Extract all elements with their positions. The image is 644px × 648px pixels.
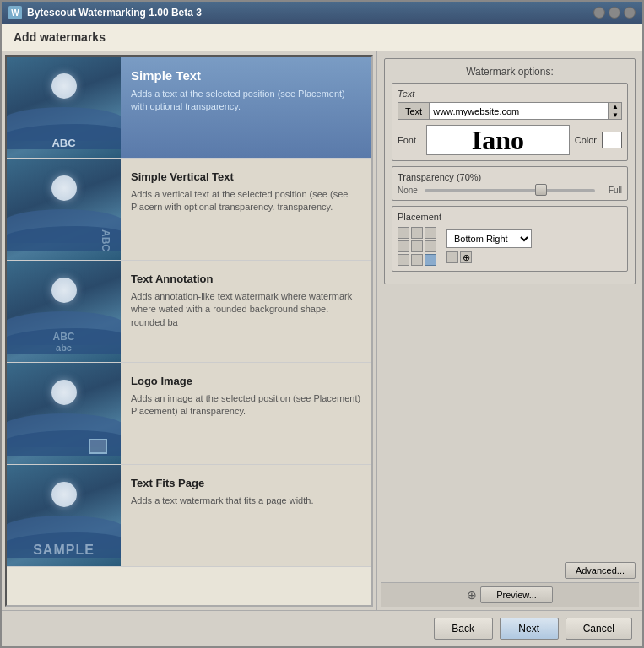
page-title: Add watermarks bbox=[14, 30, 106, 44]
thumb-label-annotation: ABCabc bbox=[53, 332, 75, 354]
text-scroll-buttons[interactable]: ▲ ▼ bbox=[609, 102, 622, 120]
left-panel: ABC Simple Text Adds a text at the selec… bbox=[2, 51, 377, 610]
color-label: Color bbox=[575, 135, 597, 145]
placement-grid[interactable] bbox=[398, 227, 436, 266]
watermark-options-panel: Watermark options: Text Text ▲ ▼ Font bbox=[384, 58, 636, 284]
vertical-text-info: Simple Vertical Text Adds a vertical tex… bbox=[121, 159, 371, 260]
logo-image-desc: Adds an image at the selected position (… bbox=[131, 392, 361, 418]
font-preview[interactable]: Iano bbox=[426, 125, 570, 155]
main-content: ABC Simple Text Adds a text at the selec… bbox=[2, 51, 642, 610]
window-controls bbox=[593, 7, 636, 19]
transparency-slider[interactable] bbox=[425, 189, 595, 192]
watermark-item-simple-text[interactable]: ABC Simple Text Adds a text at the selec… bbox=[7, 57, 371, 159]
watermark-item-logo-image[interactable]: Logo Image Adds an image at the selected… bbox=[7, 363, 371, 465]
thumb-moon-4 bbox=[51, 380, 77, 405]
text-input-row: Text ▲ ▼ bbox=[398, 102, 622, 120]
preview-button[interactable]: Preview... bbox=[480, 586, 553, 603]
simple-text-desc: Adds a text at the selected position (se… bbox=[131, 88, 361, 114]
slider-row: None Full bbox=[398, 186, 622, 195]
preview-bar: ⊕ Preview... bbox=[381, 582, 639, 607]
thumb-moon-2 bbox=[51, 176, 77, 201]
placement-offset-btn[interactable]: ⊕ bbox=[460, 251, 472, 263]
placement-cell-mr[interactable] bbox=[425, 240, 436, 252]
thumb-moon-3 bbox=[51, 278, 77, 303]
text-section: Text Text ▲ ▼ Font Iano bbox=[392, 83, 628, 161]
vertical-text-title: Simple Vertical Text bbox=[131, 170, 361, 183]
right-panel: Watermark options: Text Text ▲ ▼ Font bbox=[377, 51, 642, 610]
simple-text-title: Simple Text bbox=[131, 68, 361, 83]
text-annotation-title: Text Annotation bbox=[131, 273, 361, 285]
placement-cell-tr[interactable] bbox=[425, 227, 436, 239]
window-title: Bytescout Watermarking 1.00 Beta 3 bbox=[27, 7, 202, 19]
back-button[interactable]: Back bbox=[434, 618, 493, 640]
placement-dropdown[interactable]: Bottom Right Top Left Top Center Top Rig… bbox=[446, 230, 532, 248]
placement-reset-btn[interactable] bbox=[446, 251, 458, 263]
simple-text-info: Simple Text Adds a text at the selected … bbox=[121, 57, 371, 158]
logo-image-thumbnail bbox=[7, 363, 121, 464]
text-fits-page-thumbnail: SAMPLE bbox=[7, 465, 121, 566]
placement-cell-tl[interactable] bbox=[398, 227, 409, 239]
placement-select[interactable]: Bottom Right Top Left Top Center Top Rig… bbox=[446, 230, 532, 248]
thumb-moon bbox=[51, 73, 77, 99]
placement-section: Placement bbox=[392, 206, 628, 272]
watermark-item-text-fits-page[interactable]: SAMPLE Text Fits Page Adds a text waterm… bbox=[7, 465, 371, 567]
placement-grid-row: Bottom Right Top Left Top Center Top Rig… bbox=[398, 227, 622, 266]
placement-cell-mc[interactable] bbox=[411, 240, 423, 252]
advanced-row: Advanced... bbox=[381, 559, 639, 582]
thumb-label-simple-text: ABC bbox=[51, 138, 75, 149]
slider-thumb[interactable] bbox=[535, 184, 547, 196]
vertical-text-desc: Adds a vertical text at the selected pos… bbox=[131, 188, 361, 214]
slider-full-label: Full bbox=[598, 186, 622, 195]
vertical-text-thumbnail: ABC bbox=[7, 159, 121, 260]
placement-cell-bc[interactable] bbox=[411, 254, 423, 266]
simple-text-thumbnail: ABC bbox=[7, 57, 121, 158]
font-label: Font bbox=[398, 135, 421, 145]
placement-cell-br[interactable] bbox=[425, 254, 436, 266]
placement-label: Placement bbox=[398, 212, 622, 222]
next-button[interactable]: Next bbox=[500, 618, 559, 640]
text-fits-page-title: Text Fits Page bbox=[131, 477, 361, 489]
transparency-section: Transparency (70%) None Full bbox=[392, 166, 628, 201]
text-fits-page-info: Text Fits Page Adds a text watermark tha… bbox=[121, 465, 371, 566]
options-header: Watermark options: bbox=[392, 66, 628, 78]
cancel-button[interactable]: Cancel bbox=[566, 618, 632, 640]
right-spacer bbox=[381, 288, 639, 559]
watermark-item-vertical-text[interactable]: ABC Simple Vertical Text Adds a vertical… bbox=[7, 159, 371, 261]
advanced-button[interactable]: Advanced... bbox=[565, 562, 636, 579]
text-annotation-desc: Adds annotation-like text watermark wher… bbox=[131, 290, 361, 329]
title-bar: W Bytescout Watermarking 1.00 Beta 3 bbox=[2, 2, 642, 24]
text-input[interactable] bbox=[429, 102, 609, 120]
watermark-type-list[interactable]: ABC Simple Text Adds a text at the selec… bbox=[5, 55, 373, 607]
close-button[interactable] bbox=[624, 7, 636, 19]
logo-image-info: Logo Image Adds an image at the selected… bbox=[121, 363, 371, 464]
color-picker[interactable] bbox=[602, 132, 622, 148]
thumb-label-vertical: ABC bbox=[100, 230, 111, 251]
text-annotation-info: Text Annotation Adds annotation-like tex… bbox=[121, 261, 371, 362]
thumb-moon-5 bbox=[51, 482, 77, 507]
font-row: Font Iano Color bbox=[398, 125, 622, 155]
slider-none-label: None bbox=[398, 186, 421, 195]
footer: Back Next Cancel bbox=[2, 610, 642, 646]
watermark-item-text-annotation[interactable]: ABCabc Text Annotation Adds annotation-l… bbox=[7, 261, 371, 363]
placement-cell-ml[interactable] bbox=[398, 240, 409, 252]
maximize-button[interactable] bbox=[609, 7, 620, 19]
logo-placeholder bbox=[89, 439, 107, 454]
text-annotation-thumbnail: ABCabc bbox=[7, 261, 121, 362]
minimize-button[interactable] bbox=[593, 7, 605, 19]
placement-cell-tc[interactable] bbox=[411, 227, 423, 239]
text-section-label: Text bbox=[398, 89, 622, 99]
app-icon: W bbox=[8, 6, 22, 19]
main-window: W Bytescout Watermarking 1.00 Beta 3 Add… bbox=[0, 0, 644, 648]
page-header: Add watermarks bbox=[2, 24, 642, 51]
text-fits-page-desc: Adds a text watermark that fits a page w… bbox=[131, 494, 361, 507]
preview-icon: ⊕ bbox=[467, 588, 477, 602]
text-button[interactable]: Text bbox=[398, 102, 429, 120]
font-preview-text: Iano bbox=[472, 125, 524, 155]
logo-image-title: Logo Image bbox=[131, 375, 361, 387]
thumb-label-sample: SAMPLE bbox=[33, 543, 95, 558]
transparency-label: Transparency (70%) bbox=[398, 172, 622, 182]
placement-cell-bl[interactable] bbox=[398, 254, 409, 266]
